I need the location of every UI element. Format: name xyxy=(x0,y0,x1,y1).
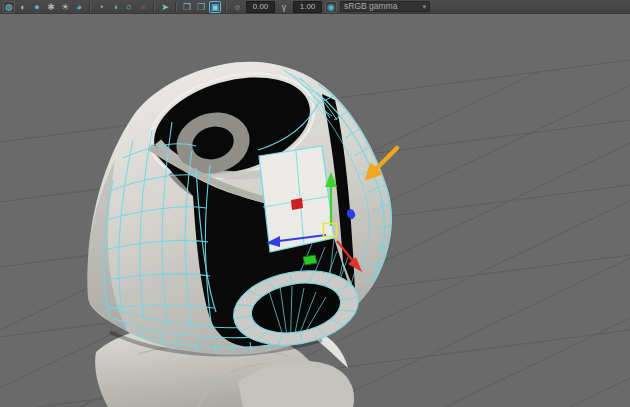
shaded-mode-icon[interactable]: ◔ xyxy=(95,1,107,13)
view-transform-label: sRGB gamma xyxy=(344,1,422,12)
toolbar-separator xyxy=(89,2,91,12)
lighting-icon[interactable]: ◐ xyxy=(17,1,29,13)
toolbar-separator xyxy=(225,2,227,12)
ambient-occlusion-icon[interactable]: ✱ xyxy=(45,1,57,13)
view-transform-dropdown[interactable]: sRGB gamma▾ xyxy=(340,1,430,12)
wireframe-on-shaded-icon[interactable]: ○ xyxy=(123,1,135,13)
view-transform-icon[interactable]: ◉ xyxy=(325,1,337,13)
anti-aliasing-icon[interactable]: ◕ xyxy=(73,1,85,13)
shadows-icon[interactable]: ● xyxy=(31,1,43,13)
chevron-down-icon: ▾ xyxy=(422,1,426,12)
toolbar-separator xyxy=(175,2,177,12)
gamma-icon[interactable]: γ xyxy=(278,1,290,13)
face-marker-red xyxy=(291,198,303,210)
maya-viewport-window: { "toolbar": { "items": [ {"type":"icon"… xyxy=(0,0,630,407)
textured-mode-icon[interactable]: ◑ xyxy=(109,1,121,13)
exposure-value[interactable]: 0.00 xyxy=(246,1,275,13)
face-marker-green xyxy=(303,255,317,265)
viewport-toolbar: ◍◐●✱☀◕◔◑○■➤❐❒▣☼0.00γ1.00◉sRGB gamma▾ xyxy=(0,0,630,14)
exposure-icon[interactable]: ☼ xyxy=(231,1,243,13)
pan-zoom-toggle-icon[interactable]: ▣ xyxy=(209,1,221,13)
select-cursor-icon[interactable]: ➤ xyxy=(159,1,171,13)
gamma-value[interactable]: 1.00 xyxy=(293,1,322,13)
viewport-3d[interactable] xyxy=(0,0,630,407)
renderer-globe-icon[interactable]: ◍ xyxy=(3,1,15,13)
isolate-select-icon[interactable]: ❐ xyxy=(181,1,193,13)
copy-view-icon[interactable]: ❒ xyxy=(195,1,207,13)
toolbar-separator xyxy=(153,2,155,12)
motion-blur-icon[interactable]: ☀ xyxy=(59,1,71,13)
material-override-icon[interactable]: ■ xyxy=(137,1,149,13)
